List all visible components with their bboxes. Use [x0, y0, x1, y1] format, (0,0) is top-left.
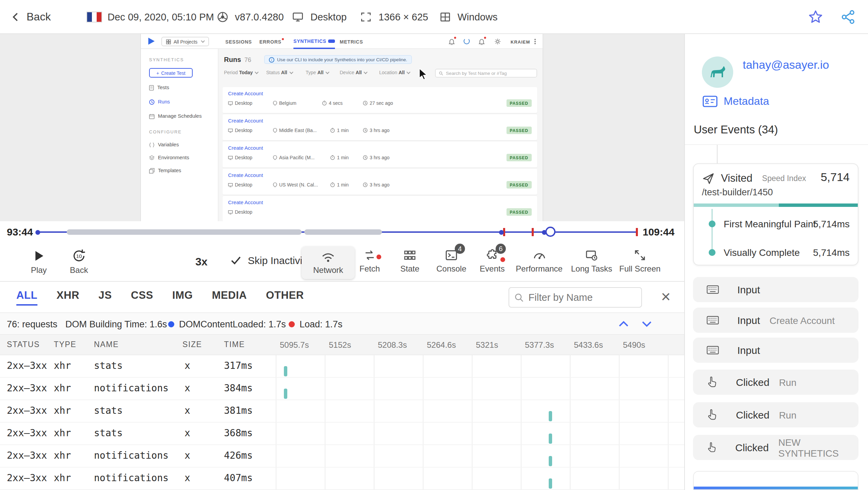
network-tab-all[interactable]: ALL — [16, 289, 37, 305]
run-duration: 4 secs — [322, 101, 342, 105]
run-duration: 1 min — [330, 155, 349, 160]
app-section-synthetics: SYNTHETICS — [149, 57, 184, 62]
time-clock-icon — [363, 128, 368, 133]
error-marker — [532, 228, 533, 236]
metric-dot — [709, 249, 716, 256]
speed-index-bar — [694, 203, 858, 207]
event-card-visited[interactable]: Visited Speed Index 5,714 /test-builder/… — [693, 163, 858, 265]
keyboard-icon — [707, 346, 719, 355]
errors-dot — [282, 38, 284, 40]
run-card: Create Account Desktop Middle East (Ba..… — [223, 114, 537, 140]
replayed-app-screenshot: All Projects SESSIONS ERRORS SYNTHETICS … — [141, 34, 543, 221]
app-nav: All Projects SESSIONS ERRORS SYNTHETICS … — [141, 34, 543, 49]
event-type: Visited — [721, 172, 753, 184]
network-tab-css[interactable]: CSS — [131, 289, 153, 305]
event-card-input[interactable]: Input Create Account — [693, 308, 858, 333]
network-tab-media[interactable]: MEDIA — [212, 289, 247, 305]
event-card-clicked[interactable]: Clicked NEW SYNTHETICS — [693, 435, 858, 460]
network-request-row[interactable]: 2xx–3xxxhrstatsx317ms — [0, 355, 684, 378]
total-time-label: 109:44 — [643, 226, 674, 238]
fetch-icon — [362, 248, 377, 262]
id-card-icon — [703, 95, 718, 108]
run-name-link: Create Account — [228, 91, 263, 97]
panel-button-events[interactable]: 6 Events — [466, 248, 519, 274]
projects-grid-icon — [166, 39, 171, 44]
panel-button-fullscreen[interactable]: Full Screen — [613, 248, 666, 274]
time-clock-icon — [363, 101, 368, 105]
run-location: Middle East (Ba... — [273, 128, 317, 133]
event-card-input[interactable]: Input — [693, 277, 858, 302]
panel-button-long-tasks[interactable]: Long Tasks — [565, 248, 618, 274]
project-selector: All Projects — [161, 37, 209, 46]
dom-building-time: DOM Building Time: 1.6s — [65, 313, 167, 335]
speed-toggle[interactable]: 3x — [195, 256, 208, 268]
session-date: Dec 09, 2020, 05:10 PM — [87, 0, 214, 34]
network-table-header: STATUS TYPE NAME SIZE TIME 5095.7s 5152s… — [0, 335, 684, 355]
monitor-icon — [291, 11, 304, 23]
tests-icon — [149, 85, 154, 90]
timeline-track[interactable] — [37, 231, 637, 233]
browser-version: v87.0.4280 — [216, 0, 284, 34]
back-button[interactable]: Back — [10, 0, 51, 34]
navigate-icon — [702, 172, 715, 185]
event-dot — [499, 230, 504, 234]
request-timing-bar — [284, 366, 287, 376]
kebab-menu-icon — [534, 39, 536, 40]
run-device: Desktop — [228, 101, 252, 105]
search-icon — [515, 292, 524, 303]
waterfall-cell — [276, 472, 668, 490]
performance-icon — [532, 248, 547, 262]
status-badge: PASSED — [507, 154, 532, 161]
time-tick: 5208.3s — [378, 340, 407, 350]
variables-icon — [149, 142, 155, 147]
desktop-icon — [228, 101, 233, 105]
metadata-button[interactable]: Metadata — [703, 95, 769, 108]
announcements-bell-icon — [449, 38, 455, 45]
filter-by-name-input[interactable] — [529, 292, 636, 303]
filter-period: PeriodToday — [224, 70, 258, 75]
back-10-button[interactable]: 10 Back — [52, 248, 106, 275]
duration-timer-icon — [330, 155, 335, 160]
run-age: 3 hrs ago — [363, 182, 389, 187]
user-email: tahay@asayer.io — [743, 59, 829, 72]
metric-row: Visually Complete 5,714ms — [694, 246, 850, 259]
pointer-icon — [707, 376, 718, 388]
settings-gear-icon — [494, 38, 501, 45]
network-request-row[interactable]: 2xx–3xxxhrnotificationsx426ms — [0, 445, 684, 468]
request-timing-bar — [284, 389, 287, 399]
chevron-up-icon[interactable] — [617, 318, 630, 329]
playhead-handle[interactable] — [545, 227, 556, 237]
app-page-title: Runs — [224, 56, 241, 63]
replay-viewport[interactable]: All Projects SESSIONS ERRORS SYNTHETICS … — [0, 34, 684, 221]
panel-button-performance[interactable]: Performance — [513, 248, 566, 274]
chevron-left-icon — [10, 11, 22, 23]
load-dot — [289, 321, 295, 327]
event-card-partial[interactable] — [693, 471, 858, 490]
event-card-input[interactable]: Input — [693, 338, 858, 363]
network-tab-other[interactable]: OTHER — [266, 289, 304, 305]
fetch-alert-dot — [376, 255, 381, 259]
network-tab-img[interactable]: IMG — [172, 289, 193, 305]
network-request-row[interactable]: 2xx–3xxxhrnotificationsx407ms — [0, 468, 684, 490]
share-icon[interactable] — [841, 10, 856, 24]
network-request-row[interactable]: 2xx–3xxxhrstatsx381ms — [0, 400, 684, 423]
network-tab-xhr[interactable]: XHR — [57, 289, 79, 305]
event-card-clicked[interactable]: Clicked Run — [693, 402, 858, 427]
favorite-star-icon[interactable] — [808, 10, 823, 24]
network-summary-row: 76: requests DOM Building Time: 1.6s DOM… — [0, 313, 684, 335]
network-request-row[interactable]: 2xx–3xxxhrstatsx368ms — [0, 423, 684, 445]
device-type: Desktop — [291, 0, 347, 34]
chevron-down-icon[interactable] — [641, 318, 653, 329]
skip-inactivity-toggle[interactable]: Skip Inactivity — [230, 255, 310, 266]
network-request-row[interactable]: 2xx–3xxxhrnotificationsx384ms — [0, 378, 684, 400]
player-controls: Play 10 Back 3x Skip Inactivity Network — [0, 243, 684, 282]
event-card-clicked[interactable]: Clicked Run — [693, 370, 858, 395]
network-tab-js[interactable]: JS — [98, 289, 112, 305]
network-icon — [320, 250, 336, 263]
app-sidebar-item-variables: Variables — [149, 142, 179, 148]
desktop-icon — [228, 210, 233, 214]
status-badge: PASSED — [507, 208, 532, 216]
current-time-label: 93:44 — [7, 226, 33, 238]
close-panel-icon[interactable]: × — [661, 287, 671, 307]
speed-index-label: Speed Index — [762, 174, 806, 182]
